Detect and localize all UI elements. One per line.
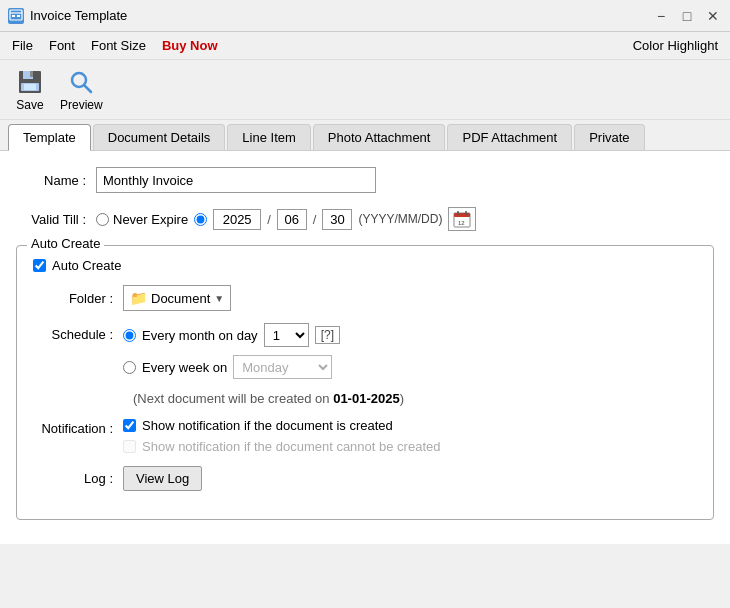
notif2-row: Show notification if the document cannot… — [123, 439, 440, 454]
auto-create-checkbox[interactable] — [33, 259, 46, 272]
svg-rect-2 — [12, 15, 15, 17]
notif2-label: Show notification if the document cannot… — [142, 439, 440, 454]
help-button[interactable]: [?] — [315, 326, 340, 344]
tab-private[interactable]: Private — [574, 124, 644, 150]
svg-rect-8 — [24, 84, 36, 90]
folder-select[interactable]: 📁 Document ▼ — [123, 285, 231, 311]
svg-rect-12 — [454, 213, 470, 217]
folder-icon: 📁 — [130, 290, 147, 306]
window-controls: − □ ✕ — [652, 7, 722, 25]
svg-line-10 — [84, 85, 91, 92]
save-label: Save — [16, 98, 43, 112]
menu-color-highlight[interactable]: Color Highlight — [625, 35, 726, 56]
notif1-row: Show notification if the document is cre… — [123, 418, 440, 433]
never-expire-option[interactable]: Never Expire — [96, 212, 188, 227]
notif1-label: Show notification if the document is cre… — [142, 418, 393, 433]
auto-create-checkbox-row: Auto Create — [33, 258, 697, 273]
app-icon — [8, 8, 24, 24]
weekly-option: Every week on Monday Tuesday Wednesday T… — [123, 355, 340, 379]
tab-pdf-attachment[interactable]: PDF Attachment — [447, 124, 572, 150]
menu-bar: File Font Font Size Buy Now Color Highli… — [0, 32, 730, 60]
tab-photo-attachment[interactable]: Photo Attachment — [313, 124, 446, 150]
menu-file[interactable]: File — [4, 35, 41, 56]
date-picker-button[interactable]: 12 — [448, 207, 476, 231]
date-day-input[interactable] — [322, 209, 352, 230]
notification-label: Notification — [33, 421, 123, 436]
date-expire-option[interactable] — [194, 213, 207, 226]
maximize-button[interactable]: □ — [678, 7, 696, 25]
view-log-button[interactable]: View Log — [123, 466, 202, 491]
auto-create-label: Auto Create — [52, 258, 121, 273]
auto-create-group: Auto Create Auto Create Folder 📁 Documen… — [16, 245, 714, 520]
save-icon — [16, 68, 44, 96]
next-doc-text-after: ) — [400, 391, 404, 406]
notification-group: Show notification if the document is cre… — [123, 418, 440, 454]
never-expire-label: Never Expire — [113, 212, 188, 227]
main-content: Name Valid Till Never Expire / / (YYYY/M… — [0, 151, 730, 544]
schedule-row: Schedule Every month on day 1 2 5 10 15 … — [33, 323, 697, 379]
preview-label: Preview — [60, 98, 103, 112]
schedule-label: Schedule — [33, 327, 123, 342]
week-select[interactable]: Monday Tuesday Wednesday Thursday Friday — [233, 355, 332, 379]
auto-create-group-title: Auto Create — [27, 236, 104, 251]
date-expire-radio[interactable] — [194, 213, 207, 226]
every-week-label: Every week on — [142, 360, 227, 375]
preview-button[interactable]: Preview — [52, 64, 111, 116]
date-slash-1: / — [267, 212, 271, 227]
date-format-label: (YYYY/MM/DD) — [358, 212, 442, 226]
window-title: Invoice Template — [30, 8, 652, 23]
valid-till-group: Never Expire / / (YYYY/MM/DD) 12 — [96, 207, 476, 231]
save-button[interactable]: Save — [8, 64, 52, 116]
log-label: Log — [33, 471, 123, 486]
next-doc-text-before: (Next document will be created on — [133, 391, 333, 406]
name-label: Name — [16, 173, 96, 188]
monthly-option: Every month on day 1 2 5 10 15 20 25 28 … — [123, 323, 340, 347]
date-month-input[interactable] — [277, 209, 307, 230]
every-month-label: Every month on day — [142, 328, 258, 343]
svg-rect-6 — [30, 71, 33, 77]
tab-line-item[interactable]: Line Item — [227, 124, 310, 150]
never-expire-radio[interactable] — [96, 213, 109, 226]
folder-value: Document — [151, 291, 210, 306]
menu-font[interactable]: Font — [41, 35, 83, 56]
log-row: Log View Log — [33, 466, 697, 491]
toolbar: Save Preview — [0, 60, 730, 120]
svg-rect-3 — [17, 15, 20, 17]
svg-rect-0 — [10, 10, 22, 20]
preview-icon — [67, 68, 95, 96]
folder-row: Folder 📁 Document ▼ — [33, 285, 697, 311]
schedule-group: Every month on day 1 2 5 10 15 20 25 28 … — [123, 323, 340, 379]
minimize-button[interactable]: − — [652, 7, 670, 25]
menu-buynow[interactable]: Buy Now — [154, 35, 226, 56]
svg-text:12: 12 — [458, 220, 465, 226]
close-button[interactable]: ✕ — [704, 7, 722, 25]
next-doc-info: (Next document will be created on 01-01-… — [133, 391, 697, 406]
folder-label: Folder — [33, 291, 123, 306]
name-row: Name — [16, 167, 714, 193]
menu-fontsize[interactable]: Font Size — [83, 35, 154, 56]
monthly-radio[interactable] — [123, 329, 136, 342]
tab-bar: Template Document Details Line Item Phot… — [0, 120, 730, 151]
date-slash-2: / — [313, 212, 317, 227]
valid-till-label: Valid Till — [16, 212, 96, 227]
notif1-checkbox[interactable] — [123, 419, 136, 432]
notification-row: Notification Show notification if the do… — [33, 418, 697, 454]
date-year-input[interactable] — [213, 209, 261, 230]
tab-template[interactable]: Template — [8, 124, 91, 151]
folder-dropdown-arrow: ▼ — [214, 293, 224, 304]
valid-till-row: Valid Till Never Expire / / (YYYY/MM/DD) — [16, 207, 714, 231]
day-select[interactable]: 1 2 5 10 15 20 25 28 — [264, 323, 309, 347]
tab-document-details[interactable]: Document Details — [93, 124, 226, 150]
title-bar: Invoice Template − □ ✕ — [0, 0, 730, 32]
notif2-checkbox — [123, 440, 136, 453]
name-input[interactable] — [96, 167, 376, 193]
weekly-radio[interactable] — [123, 361, 136, 374]
next-doc-date: 01-01-2025 — [333, 391, 400, 406]
